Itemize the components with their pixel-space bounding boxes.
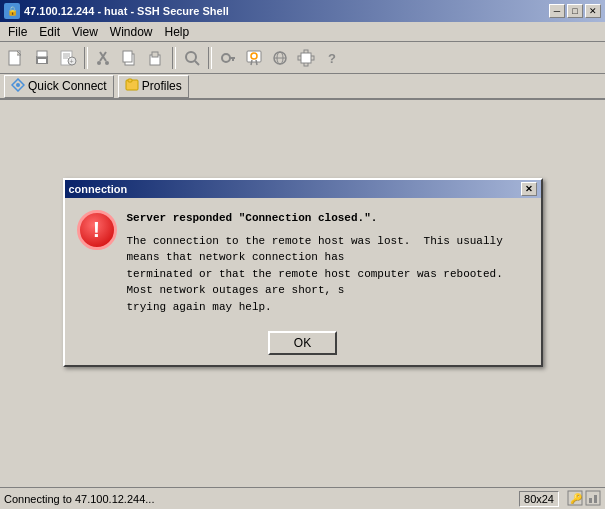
title-bar-controls: ─ □ ✕: [549, 4, 601, 18]
help-button[interactable]: ?: [320, 46, 344, 70]
settings-button[interactable]: [294, 46, 318, 70]
title-bar-left: 🔒 47.100.12.244 - huat - SSH Secure Shel…: [4, 3, 229, 19]
dialog-warning-icon: !: [77, 210, 117, 250]
svg-text:?: ?: [328, 51, 336, 66]
svg-text:+: +: [70, 58, 74, 65]
toolbar: + ?: [0, 42, 605, 74]
status-bar: Connecting to 47.100.12.244... 80x24 🔑: [0, 487, 605, 509]
main-window: 🔒 47.100.12.244 - huat - SSH Secure Shel…: [0, 0, 605, 509]
dialog-content: ! Server responded "Connection closed.".…: [65, 198, 541, 327]
print-button[interactable]: [30, 46, 54, 70]
dialog-title: connection: [69, 183, 128, 195]
maximize-button[interactable]: □: [567, 4, 583, 18]
svg-point-20: [222, 54, 230, 62]
dialog-body-text: The connection to the remote host was lo…: [127, 233, 529, 316]
cut-button[interactable]: [92, 46, 116, 70]
svg-line-26: [256, 60, 257, 65]
dialog-buttons: OK: [65, 327, 541, 365]
profiles-button[interactable]: Profiles: [118, 75, 189, 98]
status-icons: 🔑: [563, 490, 605, 508]
separator-1: [84, 47, 88, 69]
svg-point-13: [105, 61, 109, 65]
separator-2: [172, 47, 176, 69]
paste-button[interactable]: [144, 46, 168, 70]
key-button[interactable]: [216, 46, 240, 70]
quick-connect-button[interactable]: Quick Connect: [4, 75, 114, 98]
close-button[interactable]: ✕: [585, 4, 601, 18]
cert-button[interactable]: [242, 46, 266, 70]
status-connecting-text: Connecting to 47.100.12.244...: [0, 492, 515, 506]
svg-rect-17: [152, 52, 158, 57]
profiles-label: Profiles: [142, 79, 182, 93]
status-key-icon: 🔑: [567, 490, 583, 508]
minimize-button[interactable]: ─: [549, 4, 565, 18]
app-icon: 🔒: [4, 3, 20, 19]
globe-button[interactable]: [268, 46, 292, 70]
quick-connect-label: Quick Connect: [28, 79, 107, 93]
menu-view[interactable]: View: [66, 23, 104, 41]
title-bar: 🔒 47.100.12.244 - huat - SSH Secure Shel…: [0, 0, 605, 22]
svg-line-19: [195, 61, 199, 65]
svg-rect-40: [586, 491, 600, 505]
menu-bar: File Edit View Window Help: [0, 22, 605, 42]
dialog-overlay: connection ✕ ! Server responded "Connect…: [0, 178, 605, 313]
svg-rect-41: [589, 498, 592, 503]
menu-help[interactable]: Help: [159, 23, 196, 41]
svg-rect-2: [37, 51, 47, 57]
dialog-close-button[interactable]: ✕: [521, 182, 537, 196]
menu-edit[interactable]: Edit: [33, 23, 66, 41]
svg-rect-32: [301, 53, 311, 63]
window-title: 47.100.12.244 - huat - SSH Secure Shell: [24, 5, 229, 17]
ok-button[interactable]: OK: [268, 331, 337, 355]
menu-window[interactable]: Window: [104, 23, 159, 41]
svg-rect-42: [594, 495, 597, 503]
menu-file[interactable]: File: [2, 23, 33, 41]
dialog-text-area: Server responded "Connection closed.". T…: [127, 210, 529, 315]
svg-rect-37: [128, 79, 132, 82]
dialog-titlebar: connection ✕: [65, 180, 541, 198]
svg-line-25: [251, 60, 252, 65]
quick-bar: Quick Connect Profiles: [0, 74, 605, 100]
svg-text:🔑: 🔑: [570, 492, 583, 505]
quick-connect-icon: [11, 78, 25, 95]
connection-dialog: connection ✕ ! Server responded "Connect…: [63, 178, 543, 367]
svg-rect-3: [38, 59, 46, 63]
status-dimensions: 80x24: [519, 491, 559, 507]
separator-3: [208, 47, 212, 69]
copy-button[interactable]: [118, 46, 142, 70]
svg-rect-15: [123, 51, 132, 62]
dialog-title-text: Server responded "Connection closed.".: [127, 210, 529, 227]
new-button[interactable]: [4, 46, 28, 70]
svg-point-35: [16, 83, 20, 87]
print2-button[interactable]: +: [56, 46, 80, 70]
profiles-icon: [125, 78, 139, 95]
svg-point-18: [186, 52, 196, 62]
svg-point-12: [97, 61, 101, 65]
search-button[interactable]: [180, 46, 204, 70]
status-network-icon: [585, 490, 601, 508]
